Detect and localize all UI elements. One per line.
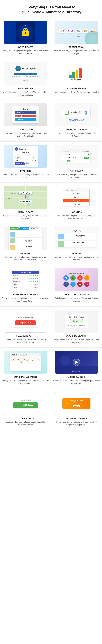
wp-logo-circle: W: [15, 66, 21, 71]
social-login-desc: Login with Facebook, Google & Twitter (P…: [2, 132, 49, 138]
nearme-item-1: Europecor... 0.3 km away: [9, 231, 42, 238]
print-btn[interactable]: Print: [25, 162, 30, 165]
video-banner-desc: Enable video banner for providing unique…: [53, 379, 100, 385]
nearby-info-2: Gemüsegärtnerei Bert... Be the first one…: [65, 242, 95, 246]
email-content: Hi there, Welcome to Symbiote, tell Ybel…: [11, 357, 40, 362]
fb-icon: f: [16, 112, 16, 113]
nearme-item2-name: Café Central: [16, 240, 41, 241]
phone-icon: 📞: [70, 275, 76, 280]
nearby-desc: Display similar listings on details page…: [53, 256, 100, 262]
open-now-btn[interactable]: Open Now: [10, 228, 19, 230]
auto-locate-image: New York Unive... Jersey City 🔍 New York…: [4, 186, 47, 209]
location-image: Where Your City... ✕ Chicago Denver Los …: [55, 186, 98, 209]
link-btn[interactable]: 🔗: [22, 354, 25, 356]
flag-report-image: Want to report this? Report Now!: [4, 310, 47, 333]
twitter-social-icon: 🐦: [70, 282, 76, 287]
svg-rect-17: [19, 79, 28, 79]
bold-btn[interactable]: B: [18, 354, 20, 356]
location-denver: Denver: [63, 195, 90, 199]
tax-header-row: Tax Title Value Ad...: [62, 150, 91, 153]
vat-switch-on: ON: [67, 160, 71, 162]
tax-ready-title: TAX READY: [70, 170, 83, 172]
play-arrow-icon: [75, 360, 78, 364]
near-me-btn[interactable]: 📍 Near Me: [19, 228, 29, 230]
svg-point-37: [78, 352, 91, 366]
notifications-image: Action completed ✓ Success! Submission: [4, 392, 47, 415]
social-login-image: Sign In f Facebook G Google 🐦 Twitter: [4, 103, 47, 126]
notif-toast: ✓ Success! Submission: [13, 402, 38, 408]
email-mock: Paragraph B I 🔗 " Hi there, Welcome to S…: [10, 353, 41, 371]
social-mock-title: Sign In: [15, 108, 36, 110]
feature-near-me: Open Now 📍 Near Me Best Match Europecor.…: [0, 224, 51, 265]
website-icon: 🌐: [84, 275, 90, 280]
flag-question: Want to report this?: [15, 317, 36, 319]
invoice-total-val: $53.90: [32, 160, 36, 162]
tax-row-2: Include Tax with Pricing... Enable: [62, 156, 91, 160]
direction-label: Contact & Directions: [69, 273, 84, 274]
feature-social-login: Sign In f Facebook G Google 🐦 Twitter SO…: [0, 100, 51, 142]
ophours-header: Business Hours: [12, 271, 39, 274]
svg-text:Importing...: Importing...: [23, 80, 28, 81]
nearme-toolbar: Open Now 📍 Near Me Best Match: [9, 227, 42, 231]
dir-icon-row-1: 🗺 📞 ✉ 🌐: [63, 275, 90, 280]
invoice-logo-text: Directory: [19, 148, 26, 150]
best-match-btn[interactable]: Best Match: [30, 228, 39, 230]
adsense-desc: New prime spots to display Google Ads an…: [54, 91, 99, 94]
nearme-item3-dist: 1.2 km away: [16, 248, 41, 248]
ophours-day-2: Tuesday: [13, 278, 18, 279]
svg-text:Google AdSense: Google AdSense: [71, 78, 82, 80]
announcements-desc: Users can create announcements using pre…: [53, 420, 100, 426]
flag-report-title: FLAG & REPORT: [16, 335, 35, 337]
announce-banner: Today's Special Get a free drink when yo…: [62, 398, 91, 409]
location-newyork: New York: [63, 202, 90, 206]
bubble-salut: Salut!: [66, 30, 75, 33]
italic-btn[interactable]: I: [20, 354, 22, 356]
invoice-total-label: Total: [15, 160, 18, 162]
email-management-image: Paragraph B I 🔗 " Hi there, Welcome to S…: [4, 351, 47, 374]
feature-spam-protection: ✓ I'm not a robot reCAPTCHA rC Privacy: [51, 100, 102, 142]
operational-hours-title: OPERATIONAL HOURS: [13, 293, 38, 296]
email-icon: ✉: [77, 275, 83, 280]
report-now-button[interactable]: Report Now!: [15, 320, 36, 325]
nearby-info-1: Europecor... 4 listings 0.4 mi: [65, 234, 95, 239]
tax-col2: Value Ad...: [83, 150, 89, 152]
announcements-image: Today's Special Get a free drink when yo…: [55, 392, 98, 415]
email-management-title: EMAIL MANAGEMENT: [14, 376, 37, 378]
feature-email-management: Paragraph B I 🔗 " Hi there, Welcome to S…: [0, 348, 51, 389]
invoice-line-2: Tax (10%) $4.90: [15, 157, 36, 159]
tax-col1: Tax Title: [64, 150, 69, 152]
nearby-dist-2: 13 mi: [65, 244, 95, 246]
flag-report-desc: A listing or a comment can be flagged to…: [2, 338, 49, 344]
announce-cta-btn[interactable]: Dismiss: [73, 405, 80, 407]
wp-logo-char: W: [17, 67, 19, 70]
ophours-status-4: Closed: [34, 284, 38, 285]
email-toolbar: Paragraph B I 🔗 ": [10, 353, 41, 356]
save-note: Added to your bookmarks: [68, 324, 85, 326]
download-pdf-btn[interactable]: Download PDF: [15, 162, 24, 165]
google-btn: G Google: [15, 114, 36, 118]
svg-text:rC: rC: [85, 112, 87, 113]
quote-btn[interactable]: ": [25, 354, 27, 356]
translation-image: Hallo! Salut! Olá! Hi! 你好 Loco Translate: [55, 21, 98, 44]
directions-icon: 🗺: [63, 275, 69, 280]
nearby-title: NEAR BY: [72, 252, 82, 255]
nearme-item1-dist: 0.3 km away: [16, 234, 41, 236]
video-label: Video Banner: [55, 370, 98, 372]
location-dropdown: Where Your City... ✕ Chicago Denver Los …: [63, 188, 90, 206]
nearme-item-3: Hotel Grand 1.2 km away: [9, 244, 42, 250]
saved-label: Saved: [76, 320, 80, 322]
map-city-label: New York: [23, 192, 31, 194]
feature-tax-ready: Tax Title Value Ad... Tax Rate % Include…: [51, 142, 102, 183]
nearme-item3-name: Hotel Grand: [16, 246, 41, 248]
bubble-hallo: Hallo!: [57, 30, 66, 33]
direction-contact-title: DIRECTION & CONTACT: [64, 293, 89, 296]
features-grid: GDPR READY Fully GDPR compliant with opt…: [0, 18, 102, 430]
feature-notifications: Action completed ✓ Success! Submission N…: [0, 389, 51, 430]
svg-rect-20: [72, 72, 75, 78]
nearby-thumb-2: [58, 241, 64, 246]
map-city-box: 🔍 New York: [19, 191, 32, 194]
ophours-row-1: Monday 9:00am - 6:00pm: [12, 274, 39, 277]
tax-switch-row: VAT ON: [62, 160, 91, 162]
location-desc: Automate with Google Places API or manua…: [53, 214, 100, 220]
paragraph-btn[interactable]: Paragraph: [11, 354, 18, 356]
